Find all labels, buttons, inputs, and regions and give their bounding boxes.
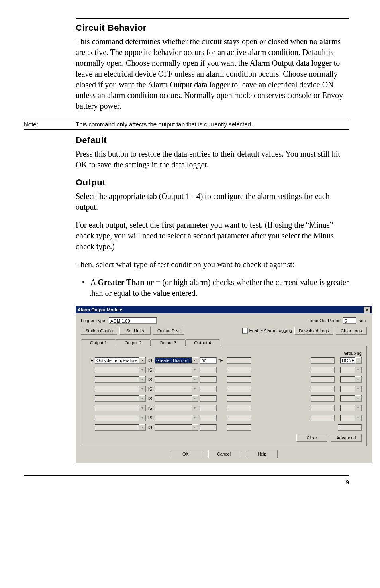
aux-field-2 (311, 405, 335, 411)
aux-field-2 (311, 395, 335, 402)
download-logs-button[interactable]: Download Logs (294, 327, 333, 335)
chevron-down-icon: ▾ (192, 415, 198, 421)
parameter-select: ▾ (95, 367, 146, 373)
is-label: IS (147, 377, 153, 382)
heading-output: Output (76, 177, 349, 188)
aux-field-2 (338, 424, 362, 431)
condition-row: IFOutside Temperature▾ISGreater Than or … (86, 356, 362, 364)
time-out-label: Time Out Period (309, 318, 341, 323)
advanced-button[interactable]: Advanced (331, 434, 362, 442)
grouping-header: Grouping (86, 351, 362, 356)
aux-field-2 (311, 376, 335, 383)
condition-row: ▾IS▾▾ (86, 404, 362, 412)
chevron-down-icon: ▾ (192, 405, 198, 411)
help-button[interactable]: Help (247, 450, 278, 458)
aux-field-2 (311, 415, 335, 421)
condition-row: ▾IS▾▾ (86, 414, 362, 422)
unit-label: °F (218, 358, 225, 363)
aux-field-1 (227, 376, 251, 383)
parameter-select: ▾ (95, 395, 146, 402)
chevron-down-icon: ▾ (355, 395, 361, 402)
is-label: IS (147, 415, 153, 420)
threshold-field (200, 395, 217, 402)
heading-circuit-behavior: Circuit Behavior (76, 23, 349, 33)
threshold-field (200, 415, 217, 421)
grouping-select: ▾ (340, 376, 362, 383)
grouping-select: ▾ (340, 395, 362, 402)
clear-logs-button[interactable]: Clear Logs (336, 327, 367, 335)
condition-select: ▾ (155, 376, 198, 383)
chevron-down-icon: ▾ (192, 386, 198, 392)
chevron-down-icon: ▾ (139, 395, 145, 402)
para-output-3: Then, select what type of test condition… (76, 259, 349, 270)
chevron-down-icon: ▾ (139, 424, 145, 431)
parameter-select: ▾ (95, 386, 146, 392)
condition-select: ▾ (155, 415, 198, 421)
aux-field-1 (227, 395, 251, 402)
close-icon[interactable]: ✕ (364, 307, 371, 313)
parameter-select: ▾ (95, 415, 146, 421)
heading-default: Default (76, 135, 349, 146)
threshold-field[interactable]: 90 (200, 357, 217, 364)
is-label: IS (147, 358, 153, 363)
condition-select: ▾ (155, 424, 198, 431)
tab-output-2[interactable]: Output 2 (116, 339, 151, 346)
tab-output-4[interactable]: Output 4 (185, 339, 220, 346)
threshold-field (200, 376, 217, 383)
tab-output-3[interactable]: Output 3 (150, 339, 185, 346)
aux-field-2 (311, 357, 335, 364)
parameter-select: ▾ (95, 376, 146, 383)
note-text: This command only affects the output tab… (76, 121, 349, 128)
time-out-field[interactable]: 5 (343, 317, 356, 324)
logger-type-label: Logger Type: (81, 318, 106, 323)
is-label: IS (147, 396, 153, 401)
chevron-down-icon: ▾ (139, 367, 145, 373)
condition-row: ▾IS▾▾ (86, 395, 362, 403)
parameter-select[interactable]: Outside Temperature▾ (95, 357, 146, 364)
station-config-button[interactable]: Station Config (81, 327, 117, 335)
clear-button[interactable]: Clear (296, 434, 327, 442)
dialog-title: Alarm Output Module (78, 307, 364, 312)
threshold-field (200, 424, 217, 431)
chevron-down-icon: ▾ (355, 376, 361, 383)
output-test-button[interactable]: Output Test (153, 327, 184, 335)
para-output-2: For each output, select the first parame… (76, 220, 349, 252)
chevron-down-icon: ▾ (355, 386, 361, 392)
para-default: Press this button to restore the data en… (76, 149, 349, 170)
logger-type-field[interactable]: AOM 1.00 (109, 317, 157, 324)
aux-field-1 (227, 357, 251, 364)
grouping-select: ▾ (340, 415, 362, 421)
is-label: IS (147, 387, 153, 391)
chevron-down-icon: ▾ (355, 415, 361, 421)
chevron-down-icon: ▾ (192, 395, 198, 402)
chevron-down-icon: ▾ (139, 376, 145, 383)
condition-select: ▾ (155, 395, 198, 402)
parameter-select: ▾ (95, 424, 146, 431)
is-label: IS (147, 425, 153, 430)
chevron-down-icon: ▾ (192, 367, 198, 373)
chevron-down-icon: ▾ (139, 405, 145, 411)
condition-select[interactable]: Greater Than or =▾ (155, 357, 198, 364)
tab-output-1[interactable]: Output 1 (81, 339, 116, 346)
aux-field-1 (227, 386, 251, 392)
enable-alarm-logging-checkbox[interactable]: Enable Alarm Logging (242, 328, 292, 334)
dialog-alarm-output-module: Alarm Output Module ✕ Logger Type: AOM 1… (76, 306, 372, 463)
set-units-button[interactable]: Set Units (119, 327, 151, 335)
grouping-select[interactable]: DONE▾ (340, 357, 362, 364)
chevron-down-icon: ▾ (192, 424, 198, 431)
condition-select: ▾ (155, 367, 198, 373)
parameter-select: ▾ (95, 405, 146, 411)
ok-button[interactable]: OK (170, 450, 201, 458)
chevron-down-icon: ▾ (139, 415, 145, 421)
cancel-button[interactable]: Cancel (208, 450, 239, 458)
note-label: Note: (24, 121, 76, 128)
para-output-1: Select the appropriate tab (Output 1 - 4… (76, 191, 349, 212)
is-label: IS (147, 368, 153, 372)
bullet-greater-than: A Greater Than or = (or high alarm) chec… (76, 277, 349, 299)
grouping-select: ▾ (340, 367, 362, 373)
threshold-field (200, 367, 217, 373)
chevron-down-icon: ▾ (192, 376, 198, 383)
chevron-down-icon: ▾ (355, 367, 361, 373)
page-number: 9 (24, 479, 349, 486)
chevron-down-icon: ▾ (139, 357, 145, 364)
